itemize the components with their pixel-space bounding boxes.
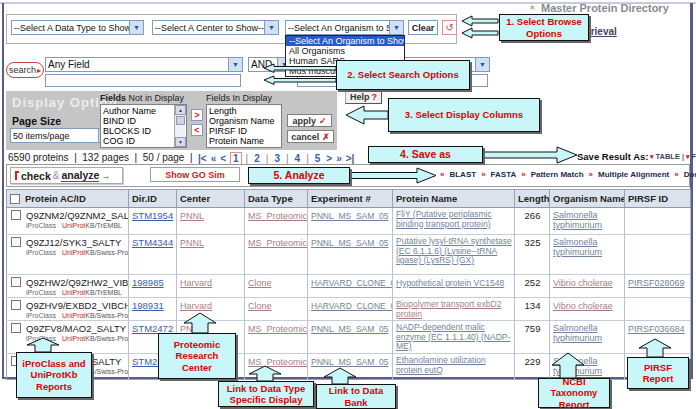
scroll-down-icon[interactable]: ▼ [175, 137, 186, 147]
scroll-up-icon[interactable]: ▲ [175, 105, 186, 115]
experiment-link[interactable]: PNNL_MS_SAM_05 [311, 238, 388, 248]
move-left-button[interactable]: < [191, 124, 203, 136]
field-not-item[interactable]: Author Name [103, 106, 173, 116]
help-button[interactable]: Help ? [345, 90, 382, 104]
fast-prev-icon[interactable]: « [211, 153, 217, 164]
row-checkbox[interactable] [11, 323, 21, 333]
organism-select[interactable]: --Select An Organism to Show ▼ [285, 20, 404, 35]
data-type-select[interactable]: --Select A Data Type to Show ▼ [11, 20, 144, 35]
organism-link[interactable]: Vibrio cholerae [553, 278, 613, 288]
row-checkbox[interactable] [11, 210, 21, 220]
experiment-link[interactable]: PNNL_MS_SAM_05 [311, 211, 388, 221]
dir-id-link[interactable]: 198931 [132, 300, 164, 311]
protein-name-link[interactable]: Hypothetical protein VC1548 [396, 279, 504, 289]
data-type-link[interactable]: Clone [248, 278, 272, 288]
dir-id-link[interactable]: STM4344 [132, 237, 173, 248]
prev-page-icon[interactable]: < [220, 153, 226, 164]
page-5[interactable]: 5 [313, 153, 323, 164]
analyze-link-fasta[interactable]: FASTA [491, 170, 517, 179]
reset-icon[interactable]: ↺ [442, 20, 457, 35]
field-not-item[interactable]: BLOCKS ID [103, 126, 173, 136]
analyze-link-pattern-match[interactable]: Pattern Match [531, 170, 584, 179]
analyze-link-multiple-alignment[interactable]: Multiple Alignment [598, 170, 669, 179]
field-not-item[interactable]: BIND ID [103, 116, 173, 126]
experiment-link[interactable]: PNNL_MS_SAM_05 [311, 357, 388, 367]
center-link[interactable]: Harvard [180, 301, 212, 311]
first-page-icon[interactable]: |< [198, 153, 207, 164]
field-in-item[interactable]: PIRSF ID [209, 126, 279, 136]
fields-in-list[interactable]: LengthOrganism NamePIRSF IDProtein Name [206, 104, 282, 148]
name-cell: Putative lysyl-tRNA synthetase (EC 6.1.1… [393, 235, 515, 275]
last-page-icon[interactable]: >| [346, 153, 355, 164]
protein-name-link[interactable]: FliY (Putative periplasmic binding trans… [396, 210, 512, 229]
iproclass-link[interactable]: iProClass [26, 249, 56, 256]
center-link[interactable]: PNNL [180, 238, 204, 248]
page-size-select[interactable]: 50 items/page ▼ [10, 128, 113, 143]
listbox-scrollbar[interactable]: ▲ ▼ [174, 105, 185, 147]
callout-ncbi-taxonomy-report: NCBI Taxonomy Report [538, 378, 610, 408]
protein-name-link[interactable]: Putative lysyl-tRNA synthetase (EC 6.1.1… [396, 237, 512, 266]
separator: | [306, 153, 309, 164]
x-icon: ✗ [322, 132, 330, 142]
field-in-item[interactable]: Organism Name [209, 116, 279, 126]
organism-link[interactable]: Salmonella typhimurium [553, 323, 622, 343]
field-in-item[interactable]: Protein Name [209, 136, 279, 146]
uniprotkb-link[interactable]: UniProtKB/Swiss-Prot [62, 249, 129, 256]
apply-button[interactable]: apply ✓ [287, 114, 332, 127]
page-2[interactable]: 2 [252, 153, 262, 164]
center-link[interactable]: Harvard [180, 278, 212, 288]
page-3[interactable]: 3 [272, 153, 282, 164]
row-checkbox[interactable] [11, 300, 21, 310]
organism-option[interactable]: All Organisms [286, 46, 404, 56]
callout-2-select-search-options: 2. Select Search Options [336, 60, 470, 90]
data-type-link[interactable]: MS_Proteomic [248, 238, 307, 248]
uniprotkb-link[interactable]: UniProtKB/Swiss-Prot [62, 335, 129, 342]
field-not-item[interactable]: COG ID [103, 136, 173, 146]
protein-name-link[interactable]: Ethanolamine utilization protein eutQ [396, 356, 512, 375]
uniprotkb-link[interactable]: UniProtKB/TrEMBL [62, 222, 122, 229]
iproclass-link[interactable]: iProClass [26, 312, 56, 319]
analyze-link-blast[interactable]: BLAST [449, 170, 476, 179]
save-as-table-link[interactable]: TABLE [656, 152, 680, 161]
pirsf-link[interactable]: PIRSF036684 [628, 324, 685, 334]
organism-option[interactable]: --Select An Organism to Show [286, 36, 404, 46]
row-checkbox[interactable] [11, 237, 21, 247]
center-link[interactable]: PNNL [180, 211, 204, 221]
clear-button[interactable]: Clear [408, 20, 438, 35]
data-type-link[interactable]: Clone [248, 301, 272, 311]
organism-link[interactable]: Salmonella typhimurium [553, 237, 622, 257]
analyze-link-domain-display[interactable]: Domain Display [684, 170, 696, 179]
uniprotkb-link[interactable]: UniProtKB/Swiss-Prot [62, 312, 129, 319]
search-field1-select[interactable]: Any Field ▼ [45, 57, 243, 72]
iproclass-link[interactable]: iProClass [26, 289, 56, 296]
data-type-link[interactable]: MS_Proteomic [248, 211, 307, 221]
page-4[interactable]: 4 [293, 153, 303, 164]
protein-name-link[interactable]: Biopolymer transport exbD2 protein [396, 300, 512, 319]
protein-name-link[interactable]: NADP-dependent malic enzyme (EC 1.1.1.40… [396, 323, 512, 352]
center-select[interactable]: --Select A Center to Show---- ▼ [152, 20, 279, 35]
search-input-1[interactable] [45, 74, 241, 87]
scroll-thumb[interactable] [176, 116, 185, 125]
save-as-fasta-link[interactable]: FASTA [692, 152, 696, 161]
experiment-link[interactable]: PNNL_MS_SAM_05 [311, 324, 388, 334]
field-in-item[interactable]: Length [209, 106, 279, 116]
organism-link[interactable]: Salmonella typhimurium [553, 210, 622, 230]
iproclass-link[interactable]: iProClass [26, 222, 56, 229]
show-go-sim-button[interactable]: Show GO Sim [150, 167, 240, 182]
experiment-link[interactable]: HARVARD_CLONE_05 [311, 301, 393, 311]
pirsf-link[interactable]: PIRSF028069 [628, 278, 685, 288]
next-page-icon[interactable]: > [326, 153, 332, 164]
check-analyze-button[interactable]: check & analyze → [10, 167, 123, 184]
organism-link[interactable]: Vibrio cholerae [553, 301, 613, 311]
uniprotkb-link[interactable]: UniProtKB/TrEMBL [62, 289, 122, 296]
dir-id-link[interactable]: STM1954 [132, 210, 173, 221]
select-all-checkbox[interactable] [10, 194, 20, 204]
search-button[interactable]: search ▸ [6, 62, 44, 78]
dir-id-link[interactable]: 198985 [132, 277, 164, 288]
data-type-link[interactable]: MS_Proteomic [248, 324, 307, 334]
move-right-button[interactable]: > [191, 109, 203, 121]
cancel-button[interactable]: cancel ✗ [287, 130, 334, 143]
fast-next-icon[interactable]: » [336, 153, 342, 164]
row-checkbox[interactable] [11, 277, 21, 287]
experiment-link[interactable]: HARVARD_CLONE_05 [311, 278, 393, 288]
